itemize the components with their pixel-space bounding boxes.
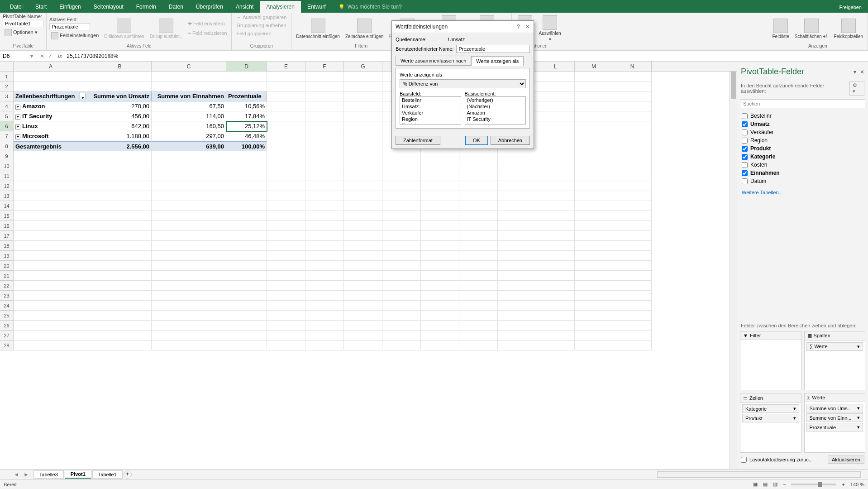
cell[interactable]: 297,00 [152, 131, 226, 141]
expand-icon[interactable]: + [15, 134, 20, 139]
field-checkbox[interactable] [742, 121, 748, 127]
expand-icon[interactable]: + [15, 115, 20, 120]
cancel-formula-icon[interactable]: ✕ [40, 53, 44, 59]
col-header-N[interactable]: N [613, 62, 652, 71]
drag-pill[interactable]: Prozentuale ▾ [806, 423, 863, 431]
add-sheet-button[interactable]: + [124, 470, 132, 479]
cell[interactable]: 270,00 [88, 101, 152, 111]
col-header-G[interactable]: G [344, 62, 382, 71]
field-checkbox[interactable] [742, 138, 748, 144]
tab-daten[interactable]: Daten [162, 1, 190, 13]
row-header-19[interactable]: 19 [0, 251, 14, 261]
field-pane-gear-icon[interactable]: ⚙ ▾ [849, 81, 864, 96]
drag-pill[interactable]: Produkt ▾ [742, 414, 799, 422]
cell[interactable]: 17,84% [226, 111, 267, 121]
sheet-tab-tabelle1[interactable]: Tabelle1 [92, 470, 123, 479]
row-header-7[interactable]: 7 [0, 131, 14, 141]
field-checkbox[interactable] [742, 113, 748, 119]
sheet-tab-pivot1[interactable]: Pivot1 [65, 470, 91, 479]
tab-datei[interactable]: Datei [4, 1, 29, 13]
view-break-icon[interactable]: ▥ [773, 481, 777, 487]
listbox-item[interactable]: Region [400, 116, 461, 122]
row-header-16[interactable]: 16 [0, 221, 14, 231]
cell[interactable]: 67,50 [152, 101, 226, 111]
row-header-1[interactable]: 1 [0, 72, 14, 82]
filter-dropdown-icon[interactable]: ▾ [80, 93, 86, 99]
listbox-item[interactable]: Verkäufer [400, 110, 461, 116]
options-button[interactable]: Optionen ▾ [3, 28, 39, 37]
tab-start[interactable]: Start [29, 1, 53, 13]
row-header-2[interactable]: 2 [0, 82, 14, 91]
col-header-M[interactable]: M [575, 62, 613, 71]
col-header-E[interactable]: E [267, 62, 305, 71]
row-header-17[interactable]: 17 [0, 231, 14, 241]
row-header-6[interactable]: 6 [0, 121, 14, 131]
drag-pill[interactable]: Kategorie ▾ [742, 404, 799, 413]
cell[interactable]: 46,48% [226, 131, 267, 141]
share-button[interactable]: Freigeben [833, 2, 868, 13]
tab-ueberpruefen[interactable]: Überprüfen [190, 1, 229, 13]
field-checkbox[interactable] [742, 146, 748, 152]
zoom-in-icon[interactable]: + [842, 482, 844, 487]
row-header-15[interactable]: 15 [0, 211, 14, 221]
spreadsheet-grid[interactable]: A B C D E F G H I J K L M N 123Zeilenbes… [0, 62, 737, 469]
listbox-item[interactable]: IT Security [465, 116, 526, 122]
field-item[interactable]: Bestellnr [740, 112, 865, 120]
field-checkbox[interactable] [742, 129, 748, 135]
row-header-10[interactable]: 10 [0, 161, 14, 171]
cell[interactable]: 114,00 [152, 111, 226, 121]
field-item[interactable]: Region [740, 136, 865, 144]
cell[interactable]: 10,56% [226, 101, 267, 111]
row-header-9[interactable]: 9 [0, 151, 14, 161]
pivot-row-label[interactable]: +IT Security [14, 111, 88, 121]
tab-formeln[interactable]: Formeln [130, 1, 162, 13]
cell[interactable]: 160,50 [152, 121, 226, 131]
row-header-4[interactable]: 4 [0, 101, 14, 111]
cancel-button[interactable]: Abbrechen [491, 136, 530, 145]
confirm-formula-icon[interactable]: ✓ [48, 53, 52, 59]
select-all-corner[interactable] [0, 62, 14, 71]
row-header-5[interactable]: 5 [0, 111, 14, 121]
row-header-28[interactable]: 28 [0, 340, 14, 350]
tab-seitenlayout[interactable]: Seitenlayout [87, 1, 130, 13]
fieldlist-button[interactable]: Feldliste [771, 18, 791, 40]
row-header-21[interactable]: 21 [0, 271, 14, 281]
pivot-row-label-header[interactable]: Zeilenbeschriftungen▾ [14, 91, 88, 101]
field-item[interactable]: Verkäufer [740, 128, 865, 136]
field-item[interactable]: Umsatz [740, 120, 865, 128]
field-checkbox[interactable] [742, 170, 748, 176]
field-item[interactable]: Datum [740, 177, 865, 185]
cell[interactable]: 25,12% [226, 121, 267, 131]
row-header-24[interactable]: 24 [0, 301, 14, 311]
col-header-F[interactable]: F [305, 62, 344, 71]
row-header-3[interactable]: 3 [0, 91, 14, 101]
listbox-item[interactable]: Produkt [400, 122, 461, 125]
number-format-button[interactable]: Zahlenformat [396, 136, 440, 145]
field-search-input[interactable] [740, 99, 865, 108]
row-header-26[interactable]: 26 [0, 321, 14, 331]
field-pane-dropdown-icon[interactable]: ▾ [854, 69, 856, 75]
ok-button[interactable]: OK [465, 136, 488, 145]
field-checkbox[interactable] [742, 162, 748, 168]
select-button[interactable]: Auswählen ▾ [537, 14, 563, 43]
pivot-row-label[interactable]: +Amazon [14, 101, 88, 111]
expand-icon[interactable]: + [15, 105, 20, 110]
field-item[interactable]: Kosten [740, 161, 865, 169]
baseitem-listbox[interactable]: (Vorheriger)(Nächster)AmazonIT SecurityL… [465, 96, 526, 125]
field-item[interactable]: Einnahmen [740, 169, 865, 177]
values-drop-area[interactable]: ΣWerte Summe von Ums... ▾Summe von Einn.… [804, 393, 866, 453]
dialog-close-icon[interactable]: ✕ [525, 24, 530, 30]
field-checkbox[interactable] [742, 154, 748, 160]
more-tables-link[interactable]: Weitere Tabellen... [740, 187, 865, 198]
rows-drop-area[interactable]: ☰Zeilen Kategorie ▾Produkt ▾ [740, 393, 801, 453]
row-header-12[interactable]: 12 [0, 181, 14, 191]
zoom-level[interactable]: 140 % [850, 482, 864, 487]
field-item[interactable]: Produkt [740, 144, 865, 153]
field-pane-close-icon[interactable]: ✕ [860, 69, 864, 75]
listbox-item[interactable]: Amazon [465, 110, 526, 116]
fx-icon[interactable]: fx [56, 53, 64, 59]
active-field-input[interactable] [49, 23, 90, 30]
zoom-out-icon[interactable]: − [783, 482, 786, 487]
insert-slicer-button[interactable]: Datenschnitt einfügen [294, 18, 342, 40]
cell[interactable]: 456,00 [88, 111, 152, 121]
